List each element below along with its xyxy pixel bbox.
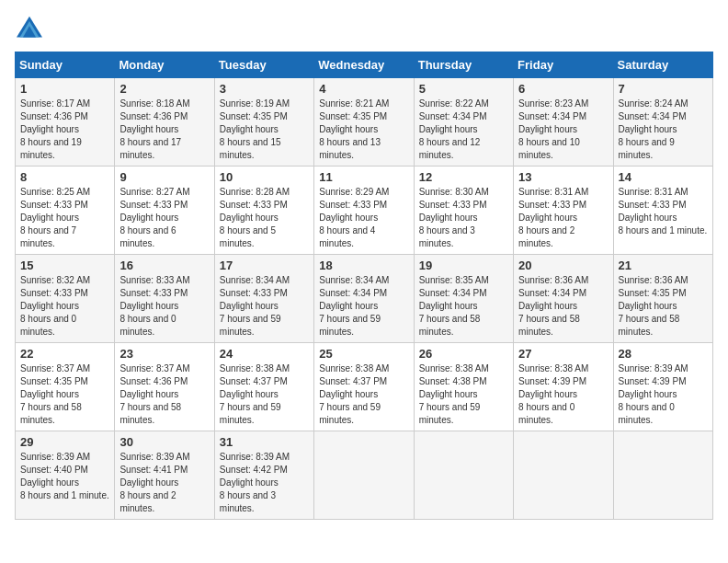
day-info: Sunrise: 8:21 AMSunset: 4:35 PMDaylight … bbox=[319, 98, 408, 162]
calendar-cell: 6Sunrise: 8:23 AMSunset: 4:34 PMDaylight… bbox=[514, 78, 613, 167]
day-info: Sunrise: 8:27 AMSunset: 4:33 PMDaylight … bbox=[119, 186, 209, 250]
day-info: Sunrise: 8:38 AMSunset: 4:37 PMDaylight … bbox=[220, 362, 309, 427]
header-tuesday: Tuesday bbox=[214, 52, 313, 78]
calendar-header: SundayMondayTuesdayWednesdayThursdayFrid… bbox=[16, 52, 713, 78]
day-info: Sunrise: 8:28 AMSunset: 4:33 PMDaylight … bbox=[220, 186, 309, 250]
day-number: 1 bbox=[20, 82, 109, 96]
calendar-cell: 18Sunrise: 8:34 AMSunset: 4:34 PMDayligh… bbox=[314, 255, 414, 343]
day-info: Sunrise: 8:17 AMSunset: 4:36 PMDaylight … bbox=[20, 98, 109, 162]
day-number: 20 bbox=[518, 259, 608, 272]
day-info: Sunrise: 8:18 AMSunset: 4:36 PMDaylight … bbox=[119, 98, 209, 162]
calendar-cell: 2Sunrise: 8:18 AMSunset: 4:36 PMDaylight… bbox=[115, 78, 214, 167]
calendar-week-2: 15Sunrise: 8:32 AMSunset: 4:33 PMDayligh… bbox=[16, 255, 713, 343]
calendar-cell: 14Sunrise: 8:31 AMSunset: 4:33 PMDayligh… bbox=[613, 167, 712, 255]
calendar-cell: 24Sunrise: 8:38 AMSunset: 4:37 PMDayligh… bbox=[214, 343, 313, 431]
calendar-cell: 20Sunrise: 8:36 AMSunset: 4:34 PMDayligh… bbox=[514, 255, 613, 343]
header-wednesday: Wednesday bbox=[314, 52, 414, 78]
day-number: 27 bbox=[518, 347, 608, 361]
day-number: 7 bbox=[619, 82, 708, 96]
calendar-cell: 4Sunrise: 8:21 AMSunset: 4:35 PMDaylight… bbox=[314, 78, 414, 167]
day-number: 15 bbox=[20, 259, 109, 272]
day-number: 3 bbox=[220, 82, 309, 96]
day-number: 26 bbox=[419, 347, 508, 361]
calendar-cell: 8Sunrise: 8:25 AMSunset: 4:33 PMDaylight… bbox=[16, 167, 115, 255]
day-number: 23 bbox=[119, 347, 209, 361]
calendar-cell: 17Sunrise: 8:34 AMSunset: 4:33 PMDayligh… bbox=[214, 255, 313, 343]
day-info: Sunrise: 8:22 AMSunset: 4:34 PMDaylight … bbox=[419, 98, 508, 162]
day-number: 30 bbox=[119, 435, 209, 449]
calendar-cell: 27Sunrise: 8:38 AMSunset: 4:39 PMDayligh… bbox=[514, 343, 613, 431]
header-row: SundayMondayTuesdayWednesdayThursdayFrid… bbox=[16, 52, 713, 78]
day-info: Sunrise: 8:36 AMSunset: 4:34 PMDaylight … bbox=[518, 274, 608, 339]
day-number: 28 bbox=[619, 347, 708, 361]
calendar-week-0: 1Sunrise: 8:17 AMSunset: 4:36 PMDaylight… bbox=[16, 78, 713, 167]
page-header bbox=[15, 15, 713, 40]
calendar-cell: 1Sunrise: 8:17 AMSunset: 4:36 PMDaylight… bbox=[16, 78, 115, 167]
calendar-cell: 13Sunrise: 8:31 AMSunset: 4:33 PMDayligh… bbox=[514, 167, 613, 255]
day-number: 19 bbox=[419, 259, 508, 272]
day-info: Sunrise: 8:25 AMSunset: 4:33 PMDaylight … bbox=[20, 186, 109, 250]
calendar-cell: 23Sunrise: 8:37 AMSunset: 4:36 PMDayligh… bbox=[115, 343, 214, 431]
day-number: 9 bbox=[119, 170, 209, 184]
header-monday: Monday bbox=[115, 52, 214, 78]
calendar-cell: 11Sunrise: 8:29 AMSunset: 4:33 PMDayligh… bbox=[314, 167, 414, 255]
logo-icon bbox=[15, 15, 44, 40]
day-number: 18 bbox=[319, 259, 408, 272]
calendar-cell: 10Sunrise: 8:28 AMSunset: 4:33 PMDayligh… bbox=[214, 167, 313, 255]
header-sunday: Sunday bbox=[16, 52, 115, 78]
header-saturday: Saturday bbox=[613, 52, 712, 78]
day-info: Sunrise: 8:31 AMSunset: 4:33 PMDaylight … bbox=[619, 186, 708, 237]
day-info: Sunrise: 8:34 AMSunset: 4:33 PMDaylight … bbox=[220, 274, 309, 339]
calendar-table: SundayMondayTuesdayWednesdayThursdayFrid… bbox=[15, 52, 713, 520]
day-info: Sunrise: 8:37 AMSunset: 4:36 PMDaylight … bbox=[119, 362, 209, 427]
day-info: Sunrise: 8:23 AMSunset: 4:34 PMDaylight … bbox=[518, 98, 608, 162]
calendar-cell bbox=[414, 431, 513, 520]
day-info: Sunrise: 8:37 AMSunset: 4:35 PMDaylight … bbox=[20, 362, 109, 427]
day-info: Sunrise: 8:29 AMSunset: 4:33 PMDaylight … bbox=[319, 186, 408, 250]
day-info: Sunrise: 8:31 AMSunset: 4:33 PMDaylight … bbox=[518, 186, 608, 250]
day-number: 24 bbox=[220, 347, 309, 361]
day-info: Sunrise: 8:19 AMSunset: 4:35 PMDaylight … bbox=[220, 98, 309, 162]
calendar-cell: 16Sunrise: 8:33 AMSunset: 4:33 PMDayligh… bbox=[115, 255, 214, 343]
day-number: 10 bbox=[220, 170, 309, 184]
day-number: 16 bbox=[119, 259, 209, 272]
calendar-cell: 25Sunrise: 8:38 AMSunset: 4:37 PMDayligh… bbox=[314, 343, 414, 431]
day-number: 6 bbox=[518, 82, 608, 96]
day-number: 22 bbox=[20, 347, 109, 361]
logo bbox=[15, 15, 48, 40]
calendar-cell bbox=[613, 431, 712, 520]
calendar-cell: 21Sunrise: 8:36 AMSunset: 4:35 PMDayligh… bbox=[613, 255, 712, 343]
header-friday: Friday bbox=[514, 52, 613, 78]
day-number: 8 bbox=[20, 170, 109, 184]
day-number: 2 bbox=[119, 82, 209, 96]
day-info: Sunrise: 8:39 AMSunset: 4:42 PMDaylight … bbox=[220, 451, 309, 515]
calendar-cell: 15Sunrise: 8:32 AMSunset: 4:33 PMDayligh… bbox=[16, 255, 115, 343]
day-number: 13 bbox=[518, 170, 608, 184]
header-thursday: Thursday bbox=[414, 52, 513, 78]
day-info: Sunrise: 8:34 AMSunset: 4:34 PMDaylight … bbox=[319, 274, 408, 339]
calendar-cell: 5Sunrise: 8:22 AMSunset: 4:34 PMDaylight… bbox=[414, 78, 513, 167]
day-info: Sunrise: 8:39 AMSunset: 4:40 PMDaylight … bbox=[20, 451, 109, 502]
calendar-cell bbox=[514, 431, 613, 520]
day-number: 12 bbox=[419, 170, 508, 184]
day-info: Sunrise: 8:35 AMSunset: 4:34 PMDaylight … bbox=[419, 274, 508, 339]
day-number: 5 bbox=[419, 82, 508, 96]
calendar-cell: 12Sunrise: 8:30 AMSunset: 4:33 PMDayligh… bbox=[414, 167, 513, 255]
calendar-week-3: 22Sunrise: 8:37 AMSunset: 4:35 PMDayligh… bbox=[16, 343, 713, 431]
calendar-cell: 7Sunrise: 8:24 AMSunset: 4:34 PMDaylight… bbox=[613, 78, 712, 167]
calendar-week-4: 29Sunrise: 8:39 AMSunset: 4:40 PMDayligh… bbox=[16, 431, 713, 520]
day-info: Sunrise: 8:38 AMSunset: 4:39 PMDaylight … bbox=[518, 362, 608, 427]
day-info: Sunrise: 8:30 AMSunset: 4:33 PMDaylight … bbox=[419, 186, 508, 250]
day-info: Sunrise: 8:38 AMSunset: 4:37 PMDaylight … bbox=[319, 362, 408, 427]
day-number: 11 bbox=[319, 170, 408, 184]
day-info: Sunrise: 8:24 AMSunset: 4:34 PMDaylight … bbox=[619, 98, 708, 162]
day-number: 29 bbox=[20, 435, 109, 449]
calendar-cell: 28Sunrise: 8:39 AMSunset: 4:39 PMDayligh… bbox=[613, 343, 712, 431]
calendar-cell: 19Sunrise: 8:35 AMSunset: 4:34 PMDayligh… bbox=[414, 255, 513, 343]
calendar-cell bbox=[314, 431, 414, 520]
calendar-cell: 30Sunrise: 8:39 AMSunset: 4:41 PMDayligh… bbox=[115, 431, 214, 520]
calendar-cell: 29Sunrise: 8:39 AMSunset: 4:40 PMDayligh… bbox=[16, 431, 115, 520]
day-number: 31 bbox=[220, 435, 309, 449]
day-info: Sunrise: 8:32 AMSunset: 4:33 PMDaylight … bbox=[20, 274, 109, 339]
calendar-cell: 22Sunrise: 8:37 AMSunset: 4:35 PMDayligh… bbox=[16, 343, 115, 431]
